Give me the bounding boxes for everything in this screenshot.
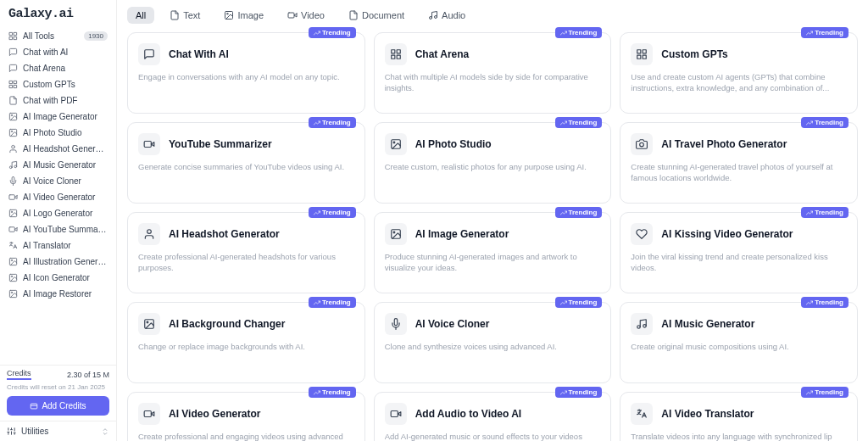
tool-card-ai-image-generator[interactable]: Trending AI Image Generator Produce stun…: [374, 212, 612, 293]
filter-all[interactable]: All: [127, 7, 154, 24]
svg-rect-52: [144, 411, 151, 417]
tool-card-ai-travel-photo-generator[interactable]: Trending AI Travel Photo Generator Creat…: [620, 122, 858, 204]
sidebar-item-ai-photo-studio[interactable]: AI Photo Studio: [3, 125, 113, 141]
svg-rect-7: [14, 85, 16, 87]
trending-icon: [806, 120, 813, 126]
tool-card-ai-video-generator[interactable]: Trending AI Video Generator Create profe…: [127, 392, 365, 441]
card-description: Create original music compositions using…: [631, 342, 847, 353]
chat-icon: [8, 47, 18, 57]
svg-point-21: [11, 260, 12, 260]
svg-point-23: [11, 276, 12, 276]
filter-document[interactable]: Document: [340, 7, 413, 24]
sidebar-item-ai-music-generator[interactable]: AI Music Generator: [3, 157, 113, 173]
add-credits-button[interactable]: Add Credits: [7, 396, 109, 416]
sidebar-item-ai-logo-generator[interactable]: AI Logo Generator: [3, 205, 113, 221]
sidebar-item-label: AI YouTube Summarizer: [23, 225, 108, 234]
card-title: AI Headshot Generator: [169, 228, 280, 240]
sidebar-badge: 1930: [84, 31, 108, 41]
filter-label: Document: [362, 10, 404, 20]
tool-card-custom-gpts[interactable]: Trending Custom GPTs Use and create cust…: [620, 32, 858, 114]
card-title: AI Photo Studio: [415, 138, 492, 150]
card-description: Engage in conversations with any AI mode…: [138, 72, 354, 83]
sidebar-item-label: AI Music Generator: [23, 160, 108, 170]
utilities-label: Utilities: [21, 427, 48, 436]
video-icon: [385, 403, 407, 425]
tool-card-ai-music-generator[interactable]: Trending AI Music Generator Create origi…: [620, 302, 858, 383]
svg-rect-0: [9, 32, 12, 35]
trending-badge: Trending: [801, 27, 849, 38]
sidebar-item-all-tools[interactable]: All Tools 1930: [3, 28, 113, 44]
sidebar-item-ai-voice-cloner[interactable]: AI Voice Cloner: [3, 173, 113, 189]
svg-point-11: [11, 131, 12, 131]
sidebar-item-chat-with-pdf[interactable]: Chat with PDF: [3, 92, 113, 109]
image-icon: [385, 223, 407, 245]
trending-label: Trending: [569, 388, 598, 396]
card-title: Custom GPTs: [661, 48, 727, 60]
tool-card-ai-headshot-generator[interactable]: Trending AI Headshot Generator Create pr…: [127, 212, 365, 293]
trending-label: Trending: [815, 209, 843, 216]
card-title: AI Travel Photo Generator: [661, 138, 787, 150]
tool-card-ai-kissing-video-generator[interactable]: Trending AI Kissing Video Generator Join…: [620, 212, 858, 293]
svg-point-28: [227, 14, 229, 15]
sidebar-item-label: AI Image Restorer: [23, 289, 108, 299]
sidebar-item-ai-video-generator[interactable]: AI Video Generator: [3, 189, 113, 205]
sidebar-item-ai-image-generator[interactable]: AI Image Generator: [3, 109, 113, 125]
trending-badge: Trending: [801, 207, 849, 218]
tool-card-ai-voice-cloner[interactable]: Trending AI Voice Cloner Clone and synth…: [374, 302, 612, 383]
card-description: Create professional AI-generated headsho…: [138, 252, 354, 274]
svg-point-42: [393, 142, 395, 143]
svg-point-51: [643, 325, 647, 328]
card-title: AI Image Generator: [415, 228, 509, 240]
sidebar-item-chat-arena[interactable]: Chat Arena: [3, 60, 113, 76]
brand-logo[interactable]: Galaxy.ai: [0, 0, 116, 26]
grid-icon: [8, 31, 18, 41]
settings-icon: [7, 427, 16, 436]
filter-video[interactable]: Video: [279, 7, 333, 24]
sidebar-item-ai-youtube-summarizer[interactable]: AI YouTube Summarizer: [3, 221, 113, 237]
svg-point-44: [147, 230, 152, 234]
tool-card-ai-photo-studio[interactable]: Trending AI Photo Studio Create custom, …: [374, 122, 612, 204]
sidebar-item-ai-image-restorer[interactable]: AI Image Restorer: [3, 286, 113, 302]
tool-card-youtube-summarizer[interactable]: Trending YouTube Summarizer Generate con…: [127, 122, 365, 204]
sidebar-item-ai-icon-generator[interactable]: AI Icon Generator: [3, 270, 113, 286]
tool-card-add-audio-to-video-ai[interactable]: Trending Add Audio to Video AI Add AI-ge…: [374, 392, 612, 441]
doc-icon: [170, 10, 180, 20]
sidebar-item-label: Custom GPTs: [23, 80, 108, 89]
tool-card-chat-arena[interactable]: Trending Chat Arena Chat with multiple A…: [374, 32, 612, 114]
trending-icon: [560, 299, 567, 306]
trending-label: Trending: [322, 119, 351, 126]
sidebar-item-chat-with-ai[interactable]: Chat with AI: [3, 44, 113, 60]
svg-point-18: [11, 211, 12, 212]
svg-rect-3: [14, 36, 16, 39]
svg-point-13: [9, 166, 12, 169]
video-icon: [287, 10, 298, 20]
sidebar-item-ai-translator[interactable]: AI Translator: [3, 237, 113, 254]
trending-icon: [560, 389, 567, 396]
sidebar-item-ai-illustration-generator[interactable]: AI Illustration Generator: [3, 254, 113, 270]
filter-label: Text: [183, 10, 200, 20]
credits-value: 2.30 of 15 M: [67, 371, 109, 379]
svg-point-25: [11, 292, 12, 293]
svg-rect-5: [14, 81, 16, 83]
translate-icon: [8, 241, 18, 250]
tool-card-ai-background-changer[interactable]: Trending AI Background Changer Change or…: [127, 302, 365, 383]
filter-text[interactable]: Text: [161, 7, 209, 24]
image-icon: [8, 112, 18, 121]
svg-rect-37: [643, 50, 646, 53]
tool-card-chat-with-ai[interactable]: Trending Chat With AI Engage in conversa…: [127, 32, 365, 114]
trending-label: Trending: [815, 388, 843, 396]
filter-label: All: [136, 10, 146, 20]
trending-badge: Trending: [309, 117, 356, 128]
tool-card-ai-video-translator[interactable]: Trending AI Video Translator Translate v…: [620, 392, 858, 441]
filter-audio[interactable]: Audio: [420, 7, 474, 24]
utilities-toggle[interactable]: Utilities: [0, 421, 116, 441]
sidebar-item-ai-headshot-generator[interactable]: AI Headshot Generator: [3, 141, 113, 157]
music-icon: [631, 313, 653, 335]
trending-icon: [314, 209, 320, 216]
card-description: Generate concise summaries of YouTube vi…: [138, 162, 354, 173]
sidebar-item-custom-gpts[interactable]: Custom GPTs: [3, 76, 113, 92]
sidebar: Galaxy.ai All Tools 1930 Chat with AI Ch…: [0, 0, 117, 441]
card-description: Chat with multiple AI models side by sid…: [385, 72, 601, 94]
filter-image[interactable]: Image: [215, 7, 272, 24]
svg-rect-53: [391, 411, 398, 417]
